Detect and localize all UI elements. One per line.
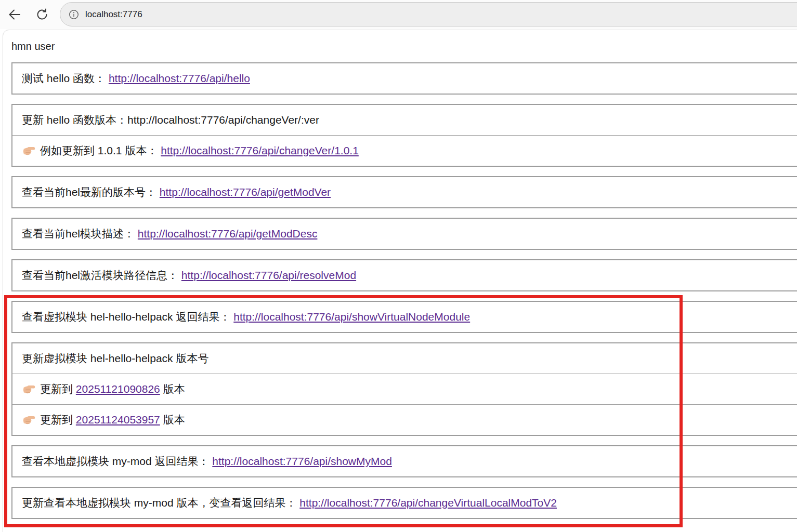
address-bar[interactable]: localhost:7776 [60, 2, 797, 26]
row-text: 测试 hello 函数： [22, 72, 109, 84]
row-text: 查看虚拟模块 hel-hello-helpack 返回结果： [22, 311, 233, 323]
row-text: 更新到 [40, 414, 76, 425]
api-box-list: 测试 hello 函数： http://localhost:7776/api/h… [9, 62, 797, 519]
api-box: 查看当前hel模块描述： http://localhost:7776/api/g… [11, 218, 797, 250]
pointing-right-hand-icon [22, 143, 35, 157]
api-row: 例如更新到 1.0.1 版本： http://localhost:7776/ap… [12, 135, 797, 166]
row-text: 版本 [160, 383, 185, 395]
pointing-right-hand-icon [22, 382, 35, 395]
row-text: 版本 [160, 414, 185, 425]
row-text: 更新虚拟模块 hel-hello-helpack 版本号 [22, 352, 208, 364]
api-box: 更新查看本地虚拟模块 my-mod 版本，变查看返回结果： http://loc… [11, 487, 797, 519]
row-text: 查看当前hel激活模块路径信息： [22, 269, 181, 281]
api-link[interactable]: http://localhost:7776/api/changeVer/1.0.… [161, 144, 359, 156]
api-box: 测试 hello 函数： http://localhost:7776/api/h… [11, 62, 797, 95]
api-box: 查看当前hel最新的版本号： http://localhost:7776/api… [11, 176, 797, 208]
api-row: 查看当前hel激活模块路径信息： http://localhost:7776/a… [12, 260, 797, 290]
refresh-button[interactable] [34, 7, 50, 23]
api-row: 查看当前hel模块描述： http://localhost:7776/api/g… [12, 219, 797, 249]
info-icon[interactable] [68, 9, 80, 20]
row-text: 更新到 [40, 383, 76, 395]
api-link[interactable]: http://localhost:7776/api/resolveMod [181, 269, 356, 281]
api-link[interactable]: http://localhost:7776/api/hello [109, 72, 250, 84]
api-row: 查看本地虚拟模块 my-mod 返回结果： http://localhost:7… [12, 446, 797, 476]
pointing-right-hand-icon [22, 413, 35, 426]
back-button[interactable] [7, 7, 22, 23]
back-arrow-icon [7, 7, 22, 22]
row-text: 查看本地虚拟模块 my-mod 返回结果： [22, 455, 212, 467]
api-box: 查看本地虚拟模块 my-mod 返回结果： http://localhost:7… [11, 445, 797, 477]
api-row: 更新虚拟模块 hel-hello-helpack 版本号 [12, 343, 797, 374]
api-link[interactable]: 20251124053957 [76, 414, 160, 425]
api-box: 查看当前hel激活模块路径信息： http://localhost:7776/a… [11, 259, 797, 291]
api-link[interactable]: http://localhost:7776/api/changeVirtualL… [299, 497, 557, 509]
api-row: 更新 hello 函数版本：http://localhost:7776/api/… [12, 105, 797, 135]
api-link[interactable]: 20251121090826 [76, 383, 160, 395]
page-heading: hmn user [11, 41, 797, 52]
row-text: 例如更新到 1.0.1 版本： [40, 144, 161, 156]
refresh-icon [35, 7, 49, 22]
api-row: 更新到 20251121090826 版本 [12, 374, 797, 404]
row-text: 查看当前hel最新的版本号： [22, 186, 160, 198]
api-row: 测试 hello 函数： http://localhost:7776/api/h… [12, 63, 797, 94]
browser-toolbar: localhost:7776 [0, 0, 797, 29]
page-content: hmn user 测试 hello 函数： http://localhost:7… [3, 30, 797, 532]
row-text: 更新 hello 函数版本：http://localhost:7776/api/… [22, 114, 319, 126]
api-box: 更新虚拟模块 hel-hello-helpack 版本号 更新到 2025112… [11, 342, 797, 436]
api-box: 更新 hello 函数版本：http://localhost:7776/api/… [11, 104, 797, 167]
row-text: 查看当前hel模块描述： [22, 228, 138, 240]
api-link[interactable]: http://localhost:7776/api/showVirtualNod… [233, 311, 470, 323]
api-row: 查看虚拟模块 hel-hello-helpack 返回结果： http://lo… [12, 302, 797, 332]
api-row: 更新到 20251124053957 版本 [12, 404, 797, 435]
api-link[interactable]: http://localhost:7776/api/getModVer [160, 186, 331, 198]
url-text: localhost:7776 [85, 9, 142, 20]
api-link[interactable]: http://localhost:7776/api/getModDesc [138, 228, 318, 240]
api-row: 查看当前hel最新的版本号： http://localhost:7776/api… [12, 177, 797, 207]
api-row: 更新查看本地虚拟模块 my-mod 版本，变查看返回结果： http://loc… [12, 488, 797, 518]
row-text: 更新查看本地虚拟模块 my-mod 版本，变查看返回结果： [22, 497, 299, 509]
api-box: 查看虚拟模块 hel-hello-helpack 返回结果： http://lo… [11, 301, 797, 333]
api-link[interactable]: http://localhost:7776/api/showMyMod [212, 455, 392, 467]
